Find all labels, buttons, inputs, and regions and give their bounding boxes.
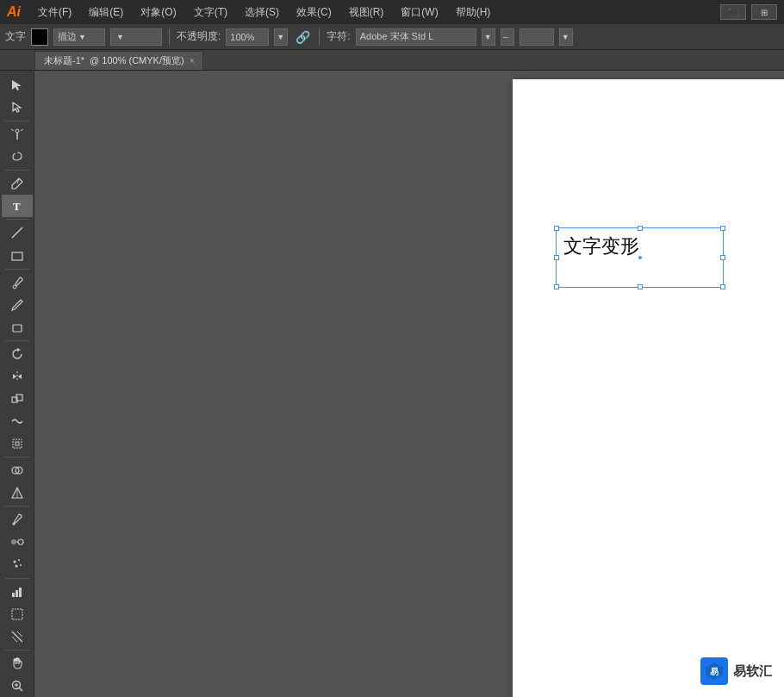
blend-btn[interactable] bbox=[2, 531, 33, 553]
toolbar: T bbox=[0, 71, 34, 697]
font-size-dropdown[interactable]: ─ bbox=[501, 28, 514, 46]
watermark-icon: 易 bbox=[700, 657, 728, 685]
tool-sep-8 bbox=[5, 578, 29, 579]
svg-rect-7 bbox=[12, 252, 22, 260]
eraser-btn[interactable] bbox=[2, 316, 33, 339]
watermark-text: 易软汇 bbox=[733, 663, 772, 680]
svg-line-37 bbox=[19, 688, 22, 691]
svg-marker-11 bbox=[13, 374, 16, 379]
pencil-btn[interactable] bbox=[2, 294, 33, 316]
opacity-dropdown-arrow[interactable]: ▼ bbox=[274, 28, 288, 46]
pen-tool-btn[interactable] bbox=[2, 172, 33, 195]
separator-1 bbox=[169, 28, 170, 46]
scale-btn[interactable] bbox=[2, 388, 33, 410]
document-tab[interactable]: 未标题-1* @ 100% (CMYK/预览) × bbox=[34, 51, 203, 70]
svg-text:T: T bbox=[13, 200, 21, 213]
menu-select[interactable]: 选择(S) bbox=[241, 3, 283, 22]
svg-rect-16 bbox=[16, 442, 19, 445]
handle-bottom-left[interactable] bbox=[554, 284, 559, 289]
magic-wand-btn[interactable] bbox=[2, 123, 33, 146]
tool-sep-4 bbox=[5, 269, 29, 270]
tool-sep-1 bbox=[5, 121, 29, 121]
stroke-dropdown[interactable]: 描边 ▼ bbox=[53, 28, 105, 46]
title-bar: Ai 文件(F) 编辑(E) 对象(O) 文字(T) 选择(S) 效果(C) 视… bbox=[0, 0, 784, 24]
font-size-arrow[interactable]: ▼ bbox=[559, 28, 573, 46]
handle-mid-left[interactable] bbox=[554, 255, 559, 260]
zoom-btn[interactable] bbox=[2, 675, 33, 697]
svg-line-35 bbox=[17, 632, 22, 637]
line-tool-btn[interactable] bbox=[2, 221, 33, 244]
free-transform-btn[interactable] bbox=[2, 433, 33, 455]
handle-bottom-right[interactable] bbox=[720, 284, 725, 289]
eyedropper-btn[interactable] bbox=[2, 508, 33, 531]
rotate-btn[interactable] bbox=[2, 343, 33, 365]
svg-rect-31 bbox=[19, 588, 22, 597]
svg-line-34 bbox=[12, 637, 17, 642]
svg-line-2 bbox=[11, 129, 14, 131]
menu-view[interactable]: 视图(R) bbox=[345, 3, 388, 22]
svg-marker-12 bbox=[18, 374, 22, 379]
symbol-sprayer-btn[interactable] bbox=[2, 553, 33, 576]
opacity-input[interactable]: 100% bbox=[226, 28, 269, 46]
graph-btn[interactable] bbox=[2, 580, 33, 602]
handle-bottom-mid[interactable] bbox=[638, 284, 643, 289]
title-controls: ⬛ ⊞ bbox=[720, 4, 777, 20]
type-tool-btn[interactable]: T bbox=[2, 195, 33, 217]
rectangle-tool-btn[interactable] bbox=[2, 244, 33, 266]
tab-close-btn[interactable]: × bbox=[190, 56, 195, 65]
shape-builder-btn[interactable] bbox=[2, 459, 33, 482]
hand-btn[interactable] bbox=[2, 652, 33, 675]
font-dropdown-arrow[interactable]: ▼ bbox=[482, 28, 495, 46]
perspective-grid-btn[interactable] bbox=[2, 482, 33, 504]
paintbrush-btn[interactable] bbox=[2, 271, 33, 294]
tool-sep-6 bbox=[5, 457, 29, 457]
tab-label: 未标题-1* bbox=[44, 54, 84, 67]
slice-btn[interactable] bbox=[2, 625, 33, 648]
options-bar: 文字 描边 ▼ ▼ 不透明度: 100% ▼ 🔗 字符: Adobe 宋体 St… bbox=[0, 24, 784, 50]
watermark: 易 易软汇 bbox=[700, 657, 772, 685]
font-size-input[interactable] bbox=[520, 28, 554, 46]
warp-btn[interactable] bbox=[2, 410, 33, 433]
lasso-tool-btn[interactable] bbox=[2, 146, 33, 168]
menu-type[interactable]: 文字(T) bbox=[190, 3, 231, 22]
menu-file[interactable]: 文件(F) bbox=[34, 3, 75, 22]
selection-tool-btn[interactable] bbox=[2, 74, 33, 96]
text-box[interactable]: 文字变形 bbox=[556, 227, 724, 288]
canvas-area[interactable]: 文字变形 易 易软汇 bbox=[34, 71, 784, 697]
svg-rect-15 bbox=[13, 439, 22, 448]
svg-rect-29 bbox=[12, 593, 15, 597]
tab-bar: 未标题-1* @ 100% (CMYK/预览) × bbox=[0, 50, 784, 71]
menu-object[interactable]: 对象(O) bbox=[137, 3, 179, 22]
reflect-btn[interactable] bbox=[2, 365, 33, 388]
fill-color-swatch[interactable] bbox=[31, 28, 48, 46]
main-area: T bbox=[0, 71, 784, 697]
tool-sep-2 bbox=[5, 170, 29, 171]
type-label: 文字 bbox=[5, 29, 26, 44]
separator-2 bbox=[319, 28, 320, 46]
handle-top-mid[interactable] bbox=[638, 226, 643, 231]
direct-selection-tool-btn[interactable] bbox=[2, 96, 33, 119]
artboard-btn[interactable] bbox=[2, 603, 33, 625]
svg-line-33 bbox=[12, 632, 22, 642]
svg-rect-32 bbox=[12, 609, 22, 619]
link-btn[interactable]: 🔗 bbox=[293, 28, 312, 47]
menu-edit[interactable]: 编辑(E) bbox=[85, 3, 127, 22]
font-name-input[interactable]: Adobe 宋体 Std L bbox=[356, 28, 476, 46]
workspace-btn[interactable]: ⊞ bbox=[751, 4, 777, 20]
tool-sep-9 bbox=[5, 650, 29, 650]
ai-logo: Ai bbox=[7, 4, 21, 20]
menu-window[interactable]: 窗口(W) bbox=[397, 3, 441, 22]
svg-point-0 bbox=[16, 129, 19, 133]
menu-effect[interactable]: 效果(C) bbox=[293, 3, 335, 22]
handle-top-right[interactable] bbox=[720, 226, 725, 231]
handle-top-left[interactable] bbox=[554, 226, 559, 231]
svg-rect-30 bbox=[16, 590, 18, 597]
tool-sep-7 bbox=[5, 506, 29, 507]
svg-point-25 bbox=[13, 561, 16, 563]
handle-mid-right[interactable] bbox=[720, 255, 725, 260]
arrange-windows-btn[interactable]: ⬛ bbox=[720, 4, 746, 20]
menu-help[interactable]: 帮助(H) bbox=[452, 3, 495, 22]
svg-point-27 bbox=[15, 565, 17, 568]
style-dropdown[interactable]: ▼ bbox=[110, 28, 162, 46]
svg-point-21 bbox=[12, 523, 15, 526]
